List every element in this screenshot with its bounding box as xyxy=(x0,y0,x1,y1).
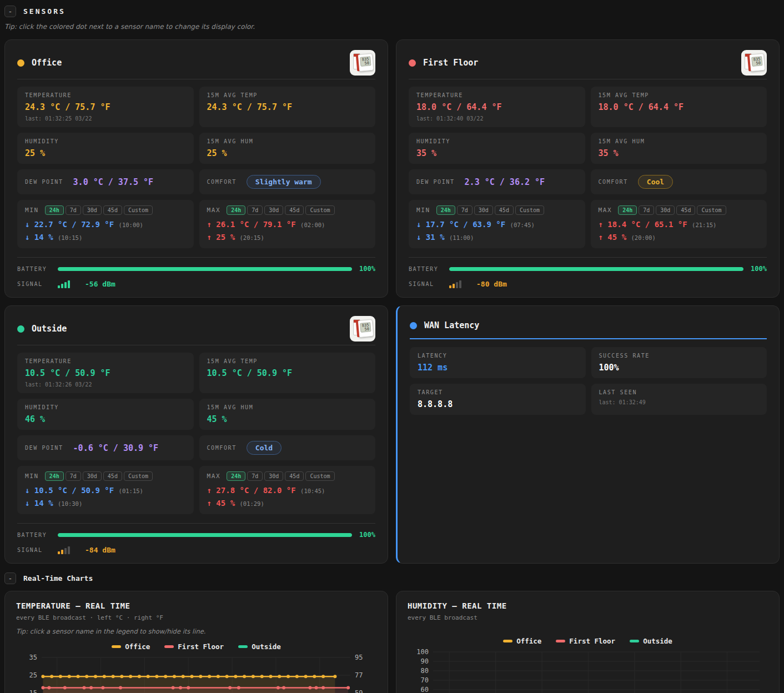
signal-label: SIGNAL xyxy=(17,281,51,287)
avg-hum-tile: 15M AVG HUM 45 % xyxy=(199,399,376,430)
min-range-tabs: 24h7d30d45dCustom xyxy=(45,205,153,215)
svg-text:35: 35 xyxy=(29,654,37,661)
legend-item-first-floor[interactable]: First Floor xyxy=(556,637,615,645)
meter-divider xyxy=(409,257,767,258)
avg-hum-label: 15M AVG HUM xyxy=(207,138,368,144)
range-tab-30d[interactable]: 30d xyxy=(83,205,102,215)
humidity-label: HUMIDITY xyxy=(25,138,186,144)
range-tab-custom[interactable]: Custom xyxy=(515,205,544,215)
range-tab-30d[interactable]: 30d xyxy=(656,205,675,215)
range-tab-custom[interactable]: Custom xyxy=(305,471,334,481)
wan-color-dot[interactable] xyxy=(410,322,417,329)
sensor-card: Outside TEMPERATURE 10.5 °C / 50.9 °F la… xyxy=(4,305,388,564)
avg-temp-label: 15M AVG TEMP xyxy=(207,92,368,98)
device-lcd xyxy=(360,56,371,67)
temperature-label: TEMPERATURE xyxy=(25,358,186,364)
legend-item-outside[interactable]: Outside xyxy=(238,642,281,651)
range-tab-24h[interactable]: 24h xyxy=(618,205,637,215)
avg-temp-value: 18.0 °C / 64.4 °F xyxy=(599,102,760,112)
legend-item-first-floor[interactable]: First Floor xyxy=(164,642,224,651)
min-hum-value: ↓ 31 % xyxy=(416,233,445,242)
range-tab-24h[interactable]: 24h xyxy=(45,471,64,481)
range-tab-7d[interactable]: 7d xyxy=(639,205,654,215)
legend-item-office[interactable]: Office xyxy=(503,637,541,645)
signal-strength-icon xyxy=(449,280,461,288)
sensor-color-dot[interactable] xyxy=(409,59,416,67)
signal-row: SIGNAL -56 dBm xyxy=(17,280,375,288)
sensor-color-dot[interactable] xyxy=(17,325,24,333)
humidity-value: 25 % xyxy=(25,148,186,158)
comfort-label: COMFORT xyxy=(599,179,628,185)
avg-temp-tile: 15M AVG TEMP 24.3 °C / 75.7 °F xyxy=(199,87,376,127)
range-tab-7d[interactable]: 7d xyxy=(66,205,81,215)
range-tab-custom[interactable]: Custom xyxy=(305,205,334,215)
battery-label: BATTERY xyxy=(409,266,442,272)
range-tab-7d[interactable]: 7d xyxy=(247,205,263,215)
battery-percent: 100% xyxy=(359,265,375,273)
comfort-label: COMFORT xyxy=(207,445,237,451)
min-temp-value: ↓ 22.7 °C / 72.9 °F xyxy=(25,220,114,229)
charts-collapse-button[interactable]: - xyxy=(4,573,16,584)
range-tab-24h[interactable]: 24h xyxy=(227,471,245,481)
range-tab-custom[interactable]: Custom xyxy=(124,471,153,481)
sensor-device-image xyxy=(350,50,375,76)
range-tab-24h[interactable]: 24h xyxy=(227,205,245,215)
legend-item-outside[interactable]: Outside xyxy=(630,637,672,645)
comfort-tile: COMFORT Slightly warm xyxy=(199,169,376,194)
sensor-name: Outside xyxy=(32,324,67,334)
min-range-tabs: 24h7d30d45dCustom xyxy=(436,205,544,215)
humidity-chart-subtitle: every BLE broadcast xyxy=(408,614,768,621)
battery-bar-fill xyxy=(449,267,743,271)
legend-swatch xyxy=(630,640,639,642)
battery-bar xyxy=(449,267,743,271)
min-temp-value: ↓ 10.5 °C / 50.9 °F xyxy=(25,486,114,495)
sensor-card-header: Office xyxy=(17,47,375,79)
range-tab-45d[interactable]: 45d xyxy=(103,205,122,215)
range-tab-30d[interactable]: 30d xyxy=(264,471,283,481)
comfort-tile: COMFORT Cool xyxy=(591,169,767,194)
max-range-tabs: 24h7d30d45dCustom xyxy=(227,471,334,481)
range-tab-45d[interactable]: 45d xyxy=(285,471,304,481)
range-tab-30d[interactable]: 30d xyxy=(474,205,493,215)
range-tab-custom[interactable]: Custom xyxy=(124,205,153,215)
range-tab-custom[interactable]: Custom xyxy=(697,205,726,215)
wan-success-rate-value: 100% xyxy=(599,363,760,373)
range-tab-45d[interactable]: 45d xyxy=(495,205,514,215)
wan-card-title: WAN Latency xyxy=(424,320,479,330)
temperature-chart: 359525771559541-523-15501:2601:2701:2801… xyxy=(16,652,376,693)
range-tab-45d[interactable]: 45d xyxy=(676,205,695,215)
sensors-collapse-button[interactable]: - xyxy=(4,6,16,17)
range-tab-7d[interactable]: 7d xyxy=(66,471,81,481)
range-tab-7d[interactable]: 7d xyxy=(247,471,263,481)
sensor-card-grid: Office TEMPERATURE 24.3 °C / 75.7 °F las… xyxy=(4,39,780,564)
range-tab-30d[interactable]: 30d xyxy=(264,205,283,215)
min-hum-value: ↓ 14 % xyxy=(25,233,53,242)
wan-last-seen-tile: LAST SEEN last: 01:32:49 xyxy=(591,384,767,415)
range-tab-45d[interactable]: 45d xyxy=(103,471,122,481)
sensor-color-dot[interactable] xyxy=(17,59,24,67)
range-tab-45d[interactable]: 45d xyxy=(285,205,304,215)
sensor-name: Office xyxy=(32,58,62,68)
range-tab-24h[interactable]: 24h xyxy=(436,205,455,215)
max-temp-value: ↑ 18.4 °C / 65.1 °F xyxy=(599,220,687,229)
wan-latency-value: 112 ms xyxy=(418,363,578,373)
battery-label: BATTERY xyxy=(17,532,51,538)
max-label: MAX xyxy=(207,207,221,214)
range-tab-7d[interactable]: 7d xyxy=(457,205,473,215)
humidity-chart-legend: OfficeFirst FloorOutside xyxy=(408,637,768,645)
temperature-tile: TEMPERATURE 24.3 °C / 75.7 °F last: 01:3… xyxy=(17,87,194,127)
temperature-chart-subtitle: every BLE broadcast · left °C · right °F xyxy=(16,614,376,621)
sensor-name: First Floor xyxy=(423,58,478,68)
comfort-badge: Cool xyxy=(638,175,673,189)
signal-strength-icon xyxy=(58,546,70,554)
thermometer-device-icon xyxy=(749,53,766,72)
sensors-section-header: - SENSORS xyxy=(4,6,780,17)
max-range-tabs: 24h7d30d45dCustom xyxy=(227,205,334,215)
comfort-badge: Slightly warm xyxy=(247,175,321,189)
humidity-chart: 100908070605040302010001:2601:2701:2801:… xyxy=(408,646,767,693)
range-tab-30d[interactable]: 30d xyxy=(83,471,102,481)
temperature-label: TEMPERATURE xyxy=(25,92,186,98)
legend-item-office[interactable]: Office xyxy=(112,642,150,651)
range-tab-24h[interactable]: 24h xyxy=(45,205,64,215)
max-temp-value: ↑ 27.8 °C / 82.0 °F xyxy=(207,486,296,495)
